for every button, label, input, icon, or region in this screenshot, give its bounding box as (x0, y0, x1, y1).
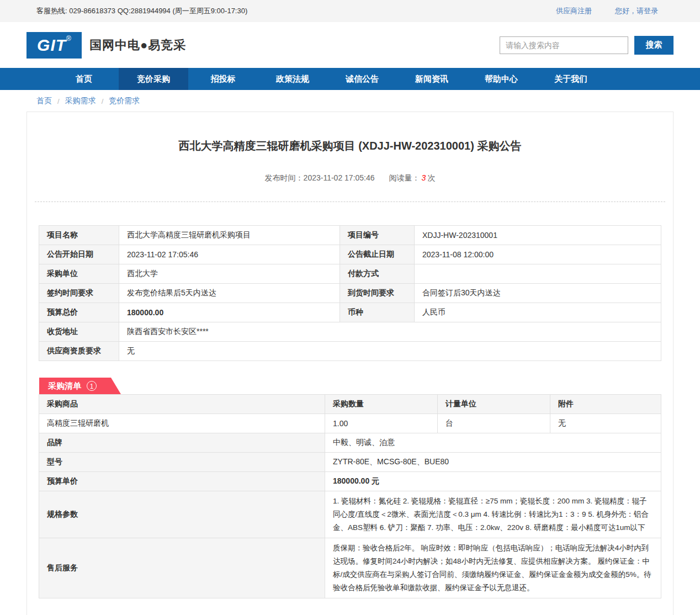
info-value-cell: 西北大学高精度三辊研磨机采购项目 (119, 226, 340, 245)
info-label-cell: 到货时间要求 (340, 284, 415, 303)
table-row: 供应商资质要求 无 (39, 342, 661, 361)
table-row: 型号 ZYTR-80E、MCSG-80E、BUE80 (39, 453, 661, 472)
table-row: 收货地址 陕西省西安市长安区**** (39, 322, 661, 342)
info-value-cell: XDJJ-HW-202310001 (415, 226, 661, 245)
column-header-quantity: 采购数量 (325, 395, 438, 414)
info-label-cell: 预算总价 (39, 303, 119, 322)
purchase-list-tab-label: 采购清单 (48, 381, 81, 391)
unit-price-value-cell: 180000.00 元 (325, 472, 661, 491)
main-nav: 首页 竞价采购 招投标 政策法规 诚信公告 新闻资讯 帮助中心 关于我们 (0, 68, 700, 90)
info-value-cell: 2023-11-08 12:00:00 (415, 245, 661, 264)
detail-label-cell: 预算单价 (39, 472, 325, 491)
header: GIT ® 国网中电●易竞采 搜索 (0, 22, 700, 68)
search-input[interactable] (500, 36, 628, 54)
purchase-list-table: 采购商品 采购数量 计量单位 附件 高精度三辊研磨机 1.00 台 无 品牌 中… (39, 394, 661, 598)
project-info-table: 项目名称 西北大学高精度三辊研磨机采购项目 项目编号 XDJJ-HW-20231… (39, 225, 661, 361)
detail-label-cell: 售后服务 (39, 538, 325, 598)
product-name-cell: 高精度三辊研磨机 (39, 414, 325, 433)
nav-item-help[interactable]: 帮助中心 (466, 68, 536, 90)
table-row: 品牌 中毅、明诚、泊意 (39, 433, 661, 453)
views-count: 3 (422, 173, 426, 182)
nav-item-news[interactable]: 新闻资讯 (397, 68, 466, 90)
detail-label-cell: 规格参数 (39, 491, 325, 538)
breadcrumb-home[interactable]: 首页 (36, 96, 52, 106)
nav-item-integrity[interactable]: 诚信公告 (327, 68, 397, 90)
table-row: 签约时间要求 发布竞价结果后5天内送达 到货时间要求 合同签订后30天内送达 (39, 284, 661, 303)
table-row: 项目名称 西北大学高精度三辊研磨机采购项目 项目编号 XDJJ-HW-20231… (39, 226, 661, 245)
detail-label-cell: 品牌 (39, 433, 325, 453)
brand-value-cell: 中毅、明诚、泊意 (325, 433, 661, 453)
table-header-row: 采购商品 采购数量 计量单位 附件 (39, 395, 661, 414)
column-header-product: 采购商品 (39, 395, 325, 414)
spec-value-cell: 1. 瓷辊材料：氮化硅 2. 瓷辊规格：瓷辊直径：≥75 mm；瓷辊长度：200… (325, 491, 661, 538)
info-value-cell: 合同签订后30天内送达 (415, 284, 661, 303)
publish-time-value: 2023-11-02 17:05:46 (304, 173, 375, 182)
info-label-cell: 项目名称 (39, 226, 119, 245)
info-label-cell: 收货地址 (39, 322, 119, 342)
info-label-cell: 公告开始日期 (39, 245, 119, 264)
topbar-links: 供应商注册 您好，请登录 (556, 6, 674, 16)
views-label: 阅读量： (389, 173, 420, 182)
hotline-text: 客服热线: 029-86618373 QQ:2881944994 (周一至周五9… (26, 6, 247, 16)
nav-item-tender[interactable]: 招投标 (188, 68, 258, 90)
views-unit: 次 (427, 173, 435, 182)
info-label-cell: 供应商资质要求 (39, 342, 119, 361)
logo-text: GIT (37, 36, 66, 55)
table-row: 采购单位 西北大学 付款方式 (39, 264, 661, 284)
brand-title: 国网中电●易竞采 (89, 37, 186, 54)
announcement-card: 西北大学高精度三辊研磨机采购项目 (XDJJ-HW-202310001) 采购公… (26, 112, 674, 615)
info-label-cell: 币种 (340, 303, 415, 322)
info-value-cell: 陕西省西安市长安区**** (119, 322, 661, 342)
info-value-cell: 人民币 (415, 303, 661, 322)
nav-item-bidding-purchase[interactable]: 竞价采购 (119, 68, 188, 90)
column-header-attachment: 附件 (550, 395, 661, 414)
announcement-meta: 发布时间：2023-11-02 17:05:46阅读量：3次 (27, 173, 673, 183)
info-label-cell: 公告截止日期 (340, 245, 415, 264)
logo[interactable]: GIT ® (26, 32, 82, 59)
search-button[interactable]: 搜索 (634, 36, 674, 55)
supplier-register-link[interactable]: 供应商注册 (556, 6, 592, 16)
nav-item-home[interactable]: 首页 (49, 68, 119, 90)
budget-total-value: 180000.00 (119, 303, 340, 322)
search-area: 搜索 (500, 36, 674, 55)
page-title: 西北大学高精度三辊研磨机采购项目 (XDJJ-HW-202310001) 采购公… (27, 112, 673, 153)
product-attachment-cell: 无 (550, 414, 661, 433)
info-label-cell: 项目编号 (340, 226, 415, 245)
nav-item-policy[interactable]: 政策法规 (258, 68, 327, 90)
info-label-cell: 采购单位 (39, 264, 119, 284)
topbar: 客服热线: 029-86618373 QQ:2881944994 (周一至周五9… (0, 0, 700, 22)
info-value-cell: 2023-11-02 17:05:46 (119, 245, 340, 264)
info-value-cell: 无 (119, 342, 661, 361)
breadcrumb-procurement-demand[interactable]: 采购需求 (65, 96, 96, 106)
breadcrumb-separator: / (102, 97, 104, 105)
login-link[interactable]: 您好，请登录 (615, 6, 658, 16)
table-row: 规格参数 1. 瓷辊材料：氮化硅 2. 瓷辊规格：瓷辊直径：≥75 mm；瓷辊长… (39, 491, 661, 538)
model-value-cell: ZYTR-80E、MCSG-80E、BUE80 (325, 453, 661, 472)
after-sales-value-cell: 质保期：验收合格后2年。 响应时效：即时响应（包括电话响应）；电话响应无法解决4… (325, 538, 661, 598)
table-row: 售后服务 质保期：验收合格后2年。 响应时效：即时响应（包括电话响应）；电话响应… (39, 538, 661, 598)
product-row: 高精度三辊研磨机 1.00 台 无 (39, 414, 661, 433)
info-value-cell: 发布竞价结果后5天内送达 (119, 284, 340, 303)
column-header-unit: 计量单位 (438, 395, 550, 414)
publish-time-label: 发布时间： (265, 173, 304, 182)
info-label-cell: 付款方式 (340, 264, 415, 284)
product-unit-cell: 台 (438, 414, 550, 433)
registered-trademark-icon: ® (66, 35, 71, 43)
info-value-cell: 西北大学 (119, 264, 340, 284)
breadcrumb-bidding-demand[interactable]: 竞价需求 (109, 96, 140, 106)
info-value-cell (415, 264, 661, 284)
product-quantity-cell: 1.00 (325, 414, 438, 433)
table-row: 预算总价 180000.00 币种 人民币 (39, 303, 661, 322)
detail-label-cell: 型号 (39, 453, 325, 472)
table-row: 预算单价 180000.00 元 (39, 472, 661, 491)
breadcrumb-separator: / (57, 97, 60, 105)
purchase-list-tab: 采购清单 1 (39, 378, 121, 394)
info-label-cell: 签约时间要求 (39, 284, 119, 303)
purchase-list-count-badge: 1 (87, 381, 97, 391)
dashed-divider (35, 202, 665, 202)
nav-item-about[interactable]: 关于我们 (536, 68, 606, 90)
breadcrumb: 首页 / 采购需求 / 竞价需求 (0, 90, 700, 112)
table-row: 公告开始日期 2023-11-02 17:05:46 公告截止日期 2023-1… (39, 245, 661, 264)
